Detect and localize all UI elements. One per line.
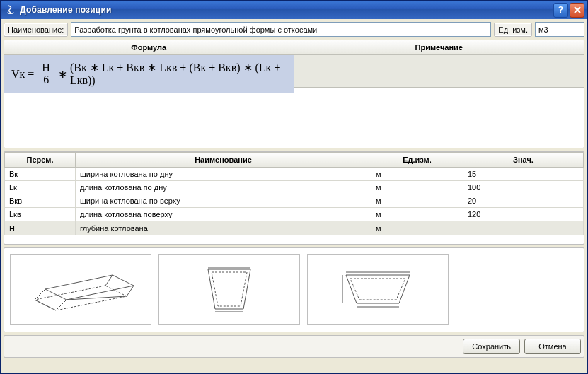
name-input[interactable] — [71, 22, 491, 37]
col-header-value: Знач. — [463, 153, 584, 168]
table-row[interactable]: Lквдлина котлована поверхум120 — [5, 208, 584, 221]
variables-panel: Перем. Наименование Ед.изм. Знач. Bкшири… — [4, 151, 584, 245]
table-row[interactable]: Hглубина котлованам — [5, 221, 584, 235]
cell-var: Bк — [5, 168, 76, 181]
cell-name: ширина котлована по дну — [76, 168, 371, 181]
cell-unit: м — [371, 181, 463, 194]
cell-var: Lк — [5, 181, 76, 194]
cell-unit: м — [371, 221, 463, 235]
help-button[interactable]: ? — [553, 3, 568, 18]
note-cell[interactable] — [294, 55, 584, 88]
cell-unit: м — [371, 208, 463, 221]
cell-value[interactable]: 100 — [463, 181, 584, 194]
unit-input[interactable] — [535, 22, 584, 37]
cell-name: длина котлована по дну — [76, 181, 371, 194]
col-header-unit: Ед.изм. — [371, 153, 463, 168]
formula-rhs: (Bк ∗ Lк + Bкв ∗ Lкв + (Bк + Bкв) ∗ (Lк … — [70, 61, 287, 87]
cell-value[interactable]: 20 — [463, 194, 584, 208]
cancel-button[interactable]: Отмена — [524, 339, 581, 354]
cell-unit: м — [371, 194, 463, 208]
cell-var: Lкв — [5, 208, 76, 221]
cell-unit: м — [371, 168, 463, 181]
formula-panel: Формула Примечание Vк = H 6 ∗ — [4, 40, 584, 148]
col-header-note: Примечание — [294, 40, 584, 54]
save-button[interactable]: Сохранить — [463, 339, 520, 354]
col-header-name: Наименование — [76, 153, 371, 168]
name-row: Наименование: Ед. изм. — [4, 22, 584, 37]
cell-value[interactable]: 15 — [463, 168, 584, 181]
formula-lhs: Vк — [11, 68, 25, 81]
col-header-formula: Формула — [4, 40, 294, 54]
titlebar: Добавление позиции ? — [1, 1, 587, 19]
cell-var: Bкв — [5, 194, 76, 208]
formula-fraction: H 6 — [40, 62, 52, 86]
col-header-var: Перем. — [5, 153, 76, 168]
dialog-window: Добавление позиции ? Наименование: Ед. и… — [0, 0, 588, 374]
shape-thumbnail-top[interactable] — [307, 254, 449, 325]
cell-var: H — [5, 221, 76, 235]
cell-name: глубина котлована — [76, 221, 371, 235]
cell-name: ширина котлована по верху — [76, 194, 371, 208]
thumbnails-panel — [4, 247, 584, 332]
java-app-icon — [5, 4, 16, 16]
shape-thumbnail-3d[interactable] — [10, 254, 151, 325]
button-bar: Сохранить Отмена — [4, 335, 584, 358]
formula-cell[interactable]: Vк = H 6 ∗ (Bк ∗ Lк + Bкв ∗ Lкв + (Bк + … — [4, 55, 294, 93]
cell-value[interactable]: 120 — [463, 208, 584, 221]
unit-label: Ед. изм. — [494, 23, 532, 37]
cell-value[interactable] — [463, 221, 584, 235]
close-button[interactable] — [570, 3, 584, 18]
table-row[interactable]: Bквширина котлована по верхум20 — [5, 194, 584, 208]
table-row[interactable]: Lкдлина котлована по днум100 — [5, 181, 584, 194]
cell-name: длина котлована поверху — [76, 208, 371, 221]
name-label: Наименование: — [4, 23, 68, 37]
variables-table: Перем. Наименование Ед.изм. Знач. Bкшири… — [4, 152, 584, 235]
shape-thumbnail-side[interactable] — [158, 254, 300, 325]
table-row[interactable]: Bкширина котлована по днум15 — [5, 168, 584, 181]
content-area: Наименование: Ед. изм. Формула Примечани… — [1, 19, 587, 373]
window-title: Добавление позиции — [20, 5, 552, 15]
